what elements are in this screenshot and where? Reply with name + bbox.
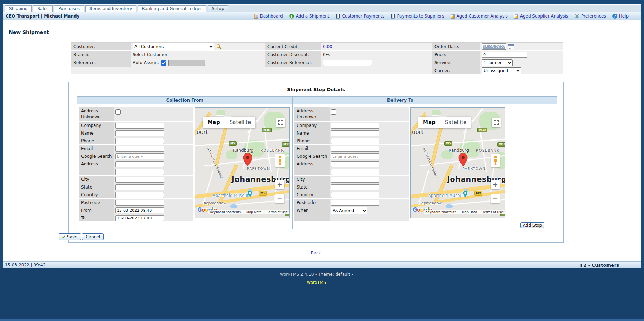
to-label: To [79,214,114,221]
zoom-in-button[interactable]: + [491,180,500,189]
collection-name-input[interactable] [115,130,164,136]
customer-select[interactable]: All Customers [133,43,214,50]
tab-shipping[interactable]: Shipping [5,5,32,12]
map-data-link[interactable]: Map Data [246,210,261,214]
map-suburb-label: Randburg [449,148,469,153]
tab-items-inventory[interactable]: Items and Inventory [85,5,136,12]
delivery-address1-input[interactable] [331,161,379,167]
save-button[interactable]: ✔Save [59,233,81,240]
delivery-city-input[interactable] [331,177,379,183]
delivery-name-input[interactable] [331,130,379,136]
pegman-control[interactable] [275,154,285,167]
collection-company-input[interactable] [115,123,164,129]
collection-country-input[interactable] [115,192,164,198]
keyboard-shortcuts-link[interactable]: Keyboard shortcuts [210,210,241,214]
menu-aged-customer-analysis[interactable]: Aged Customer Analysis [451,14,508,19]
map-road [410,138,505,146]
map-type-map-button[interactable]: Map [418,117,440,128]
map-canvas[interactable]: N1 Western Bypass oort M5 M30 M11 M9 M38… [195,107,290,218]
menu-aged-supplier-analysis[interactable]: Aged Supplier Analysis [514,14,568,19]
brand-link-row: worxTMS [0,280,633,285]
collection-city-input[interactable] [115,177,164,183]
collection-phone-input[interactable] [115,138,164,144]
delivery-google-search-input[interactable] [331,153,379,159]
aged-supplier-icon [514,14,518,19]
brand-link[interactable]: worxTMS [307,280,326,285]
terms-of-use-link[interactable]: Terms of Use [483,210,503,214]
order-date-input[interactable]: 15-03-2022 [482,43,506,50]
map-type-map-button[interactable]: Map [203,117,225,128]
add-stop-button[interactable]: Add Stop [520,222,544,228]
collection-address-unknown-checkbox[interactable] [115,109,121,115]
delivery-postcode-input[interactable] [331,200,379,206]
zoom-in-button[interactable]: + [275,180,284,189]
route-badge: M11 [497,142,505,147]
extra-column-header [508,97,557,104]
delivery-company-input[interactable] [331,123,379,129]
fullscreen-button[interactable] [276,118,285,127]
tab-sales[interactable]: Sales [33,5,53,12]
delivery-when-select[interactable]: As Agreed [331,207,367,214]
stops-section-title: Shipment Stop Details [69,87,563,92]
menu-dashboard[interactable]: Dashboard [254,14,283,19]
collection-to-input[interactable] [115,215,164,221]
pegman-control[interactable] [491,154,500,167]
shipment-stops-section: Shipment Stop Details Collection From De… [68,82,564,243]
google-search-label: Google Search [79,152,114,160]
zoom-out-button[interactable]: − [275,194,284,203]
collection-address2-input[interactable] [115,169,164,175]
tab-purchases[interactable]: Purchases [54,5,84,12]
back-link[interactable]: Back [311,251,321,255]
tab-setup[interactable]: Setup [208,5,228,12]
header-bar: CEO Transport | Michael Mandy Dashboard … [3,12,641,20]
terms-of-use-link[interactable]: Terms of Use [267,210,287,214]
supplier-payments-icon [391,14,395,19]
menu-add-shipment[interactable]: Add a Shipment [289,14,330,19]
collection-address1-input[interactable] [115,161,164,167]
cancel-button[interactable]: Cancel [82,233,104,240]
carrier-select[interactable]: Unassigned [482,67,521,74]
delivery-state-input[interactable] [331,184,379,190]
zoom-out-button[interactable]: − [491,194,500,203]
menu-preferences[interactable]: Preferences [575,14,606,19]
collection-google-search-input[interactable] [115,153,164,159]
keyboard-shortcuts-link[interactable]: Keyboard shortcuts [426,210,456,214]
customer-reference-input[interactable] [323,60,372,66]
order-date-label: Order Date: [432,43,480,50]
map-canvas[interactable]: N1 Western Bypass oort M5 M30 M11 M9 M38… [410,107,505,218]
preferences-icon [575,14,579,19]
map-suburb-label: ROSEBANK [476,149,499,152]
menu-customer-payments[interactable]: Customer Payments [336,14,384,19]
menu-supplier-payments[interactable]: Payments to Suppliers [391,14,444,19]
google-search-label: Google Search [294,152,330,160]
collection-postcode-input[interactable] [115,200,164,206]
delivery-phone-input[interactable] [331,138,379,144]
map-data-link[interactable]: Map Data [462,210,477,214]
collection-panel: Address Unknown Company Name Phone Email… [77,104,293,221]
map-type-satellite-button[interactable]: Satellite [440,117,471,128]
map-type-satellite-button[interactable]: Satellite [225,117,255,128]
price-input[interactable] [482,52,527,58]
collection-state-input[interactable] [115,184,164,190]
tab-banking-ledger[interactable]: Banking and General Ledger [138,5,206,12]
aged-customer-icon [451,14,455,19]
delivery-address-unknown-checkbox[interactable] [331,109,336,115]
calendar-icon[interactable] [508,44,514,49]
status-hotkey: F2 - Customers [580,262,641,268]
map-water [230,204,237,208]
customer-group: Customer: All Customers Branch: Select C… [71,43,265,74]
collection-from-input[interactable] [115,207,164,213]
menu-help[interactable]: ? Help [612,14,629,19]
map-suburb-label: PARKTOWN [463,166,486,170]
delivery-country-input[interactable] [331,192,379,198]
delivery-address2-input[interactable] [331,169,379,175]
fullscreen-icon [278,120,283,125]
fullscreen-button[interactable] [492,118,501,127]
search-icon[interactable] [216,44,222,49]
auto-assign-checkbox[interactable] [161,60,166,66]
state-label: State [79,183,114,191]
service-select[interactable]: 1 Tonner [482,59,513,66]
delivery-email-input[interactable] [331,146,379,152]
collection-email-input[interactable] [115,146,164,152]
reference-input[interactable] [168,60,205,66]
